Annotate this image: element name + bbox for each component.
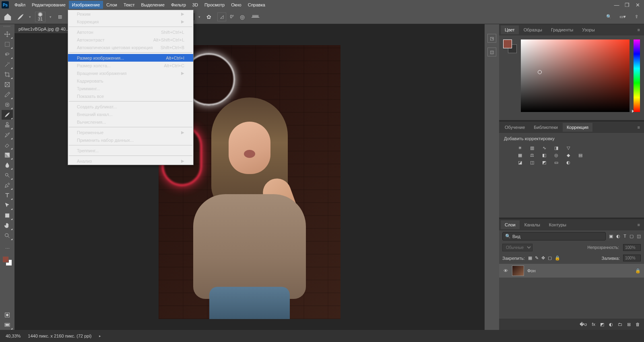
filter-pixel-icon[interactable]: ▣ [609,234,613,239]
home-icon[interactable] [3,12,12,21]
menu-file[interactable]: Файл [11,1,29,9]
hand-tool[interactable] [2,221,13,230]
bw-icon[interactable]: ◧ [540,151,548,159]
new-layer-icon[interactable]: ⊞ [627,322,631,327]
new-fill-icon[interactable]: ◐ [609,322,613,327]
color-swatches[interactable] [2,255,13,267]
layer-thumbnail[interactable] [512,265,524,276]
menu-item-анализ[interactable]: Анализ▶ [68,157,193,165]
gradient-tool[interactable] [2,150,13,160]
saturation-field[interactable] [521,39,630,112]
document-tab[interactable]: p6Iwc1vBGpA.jpg @ 40... [14,24,73,34]
close-button[interactable]: ✕ [633,1,642,8]
menu-item-автотон[interactable]: АвтотонShift+Ctrl+L [68,28,193,36]
selective-color-icon[interactable]: ◐ [564,159,572,166]
menu-image[interactable]: Изображение [69,1,103,9]
layer-name[interactable]: Фон [527,268,536,273]
brush-tool[interactable] [2,110,13,120]
new-group-icon[interactable]: 🗀 [618,322,622,327]
brush-preset[interactable]: 31 [35,12,45,22]
layer-row[interactable]: 👁 Фон 🔒 [499,264,644,278]
screen-mode-toggle[interactable] [2,320,13,330]
lock-position-icon[interactable]: ✥ [541,255,545,261]
type-tool[interactable] [2,191,13,200]
tab-layers[interactable]: Слои [501,220,520,229]
status-menu-arrow[interactable]: ▸ [99,334,101,338]
maximize-button[interactable]: ❐ [622,1,632,8]
filter-smart-icon[interactable]: ◫ [637,234,641,239]
exposure-icon[interactable]: ◨ [552,144,560,151]
panel-menu-icon[interactable]: ≡ [635,27,642,32]
vibrance-icon[interactable]: ▽ [564,144,572,151]
tablet-pressure-icon[interactable]: ◎ [238,12,247,21]
lock-artboard-icon[interactable]: ▢ [548,255,552,261]
doc-dimensions[interactable]: 1440 пикс. x 2160 пикс. (72 ppi) [28,334,91,338]
eraser-tool[interactable] [2,140,13,150]
curves-icon[interactable]: ∿ [540,144,548,151]
edit-toolbar[interactable]: ⋯ [2,244,13,253]
palette-grip[interactable] [3,26,11,28]
fill-input[interactable] [623,255,641,261]
gear-icon[interactable]: ✿ [204,12,213,21]
eyedropper-tool[interactable] [2,90,13,99]
quick-mask-toggle[interactable] [2,310,13,320]
tab-color[interactable]: Цвет [501,25,519,34]
brightness-icon[interactable]: ☀ [516,144,524,151]
brush-panel-icon[interactable]: ▥ [56,12,64,21]
shape-tool[interactable] [2,211,13,220]
lasso-tool[interactable] [2,50,13,59]
layer-filter-select[interactable]: 🔍Вид [502,232,606,240]
marquee-tool[interactable] [2,39,13,49]
tab-swatches[interactable]: Образцы [520,25,546,34]
tab-patterns[interactable]: Узоры [578,25,599,34]
posterize-icon[interactable]: ◫ [528,159,536,166]
lock-brush-icon[interactable]: ✎ [535,255,539,261]
angle-dial[interactable]: ◿ [217,12,226,21]
filter-shape-icon[interactable]: ▢ [630,234,634,239]
properties-panel-icon[interactable]: ◫ [487,48,496,56]
menu-item-автоматическая-цветовая-коррекция[interactable]: Автоматическая цветовая коррекцияShift+C… [68,44,193,51]
delete-layer-icon[interactable]: 🗑 [636,322,640,327]
minimize-button[interactable]: — [612,1,621,8]
layer-style-icon[interactable]: fx [592,322,595,327]
balance-icon[interactable]: ⚖ [528,151,536,159]
menu-item-создать-дубликат---[interactable]: Создать дубликат... [68,103,193,110]
levels-icon[interactable]: ▥ [528,144,536,151]
gradient-map-icon[interactable]: ▭ [552,159,560,166]
tab-adjustments[interactable]: Коррекция [563,123,592,132]
menu-window[interactable]: Окно [228,1,245,9]
history-panel-icon[interactable]: ◳ [487,34,496,43]
crop-tool[interactable] [2,70,13,79]
hue-slider[interactable] [634,39,640,112]
blend-mode-select[interactable]: Обычные [502,244,533,251]
menu-item-размер-изображения---[interactable]: Размер изображения...Alt+Ctrl+I [68,54,193,62]
menu-filter[interactable]: Фильтр [168,1,189,9]
tab-paths[interactable]: Контуры [545,220,570,229]
chevron-down-icon[interactable]: ▾ [50,15,52,19]
channel-mixer-icon[interactable]: ◆ [564,151,572,159]
filter-type-icon[interactable]: T [623,234,626,239]
invert-icon[interactable]: ◪ [516,159,524,166]
panel-menu-icon[interactable]: ≡ [635,125,642,130]
menu-item-автоконтраст[interactable]: АвтоконтрастAlt+Shift+Ctrl+L [68,36,193,44]
menu-item-вращение-изображения[interactable]: Вращение изображения▶ [68,69,193,77]
menu-item-вычисления---[interactable]: Вычисления... [68,118,193,126]
healing-tool[interactable] [2,100,13,110]
zoom-tool[interactable] [2,231,13,240]
angle-value[interactable]: 0° [230,15,234,19]
frame-tool[interactable] [2,80,13,89]
threshold-icon[interactable]: ◩ [540,159,548,166]
share-icon[interactable]: ⇪ [632,12,641,21]
menu-item-тримминг---[interactable]: Тримминг... [68,85,193,92]
pen-tool[interactable] [2,180,13,190]
tab-learn[interactable]: Обучение [501,123,529,132]
visibility-icon[interactable]: 👁 [502,268,509,273]
workspace-icon[interactable]: ▭▾ [618,12,627,21]
filter-adjust-icon[interactable]: ◐ [616,234,620,239]
menu-item-коррекция[interactable]: Коррекция▶ [68,18,193,25]
menu-select[interactable]: Выделение [138,1,168,9]
layer-mask-icon[interactable]: ◩ [600,322,604,327]
panel-swatches[interactable] [503,39,517,53]
menu-item-размер-холста---[interactable]: Размер холста...Alt+Ctrl+C [68,62,193,69]
history-brush-tool[interactable] [2,130,13,140]
